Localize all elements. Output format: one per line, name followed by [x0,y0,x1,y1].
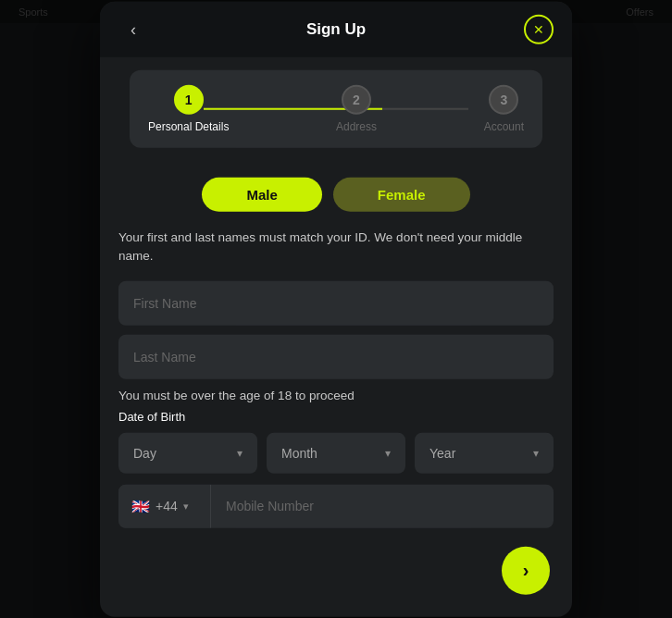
first-name-input[interactable] [118,280,554,325]
day-label: Day [133,445,156,460]
modal-header: ‹ Sign Up ✕ [100,2,572,57]
country-chevron-icon: ▾ [183,500,189,512]
gender-toggle: Male Female [118,178,554,212]
year-select[interactable]: Year ▾ [415,432,554,473]
step-1-label: Personal Details [148,120,229,133]
next-btn-container: › [118,546,554,598]
modal-title: Sign Up [306,20,366,39]
dob-label: Date of Birth [118,409,554,423]
phone-row: 🇬🇧 +44 ▾ [118,484,554,527]
back-button[interactable]: ‹ [118,15,148,44]
day-chevron-icon: ▾ [237,446,243,459]
step-1: 1 Personal Details [148,85,229,133]
month-select[interactable]: Month ▾ [267,432,405,473]
step-1-circle: 1 [174,85,204,115]
mobile-number-input[interactable] [211,484,554,527]
country-select[interactable]: 🇬🇧 +44 ▾ [118,484,211,527]
day-select[interactable]: Day ▾ [118,432,257,473]
month-chevron-icon: ▾ [385,446,391,459]
step-3: 3 Account [484,85,524,133]
step-3-circle: 3 [489,85,518,115]
modal-body: Male Female Your first and last names mu… [100,161,572,617]
male-button[interactable]: Male [202,178,321,212]
month-label: Month [281,445,317,460]
signup-modal: ‹ Sign Up ✕ 1 Personal Details 2 Address… [100,2,572,617]
next-button[interactable]: › [502,546,550,594]
age-warning-text: You must be over the age of 18 to procee… [118,388,554,402]
stepper: 1 Personal Details 2 Address 3 Account [130,70,542,148]
dob-row: Day ▾ Month ▾ Year ▾ [118,432,554,473]
last-name-input[interactable] [118,334,554,378]
year-chevron-icon: ▾ [533,446,539,459]
name-info-text: Your first and last names must match you… [118,229,554,266]
uk-flag-icon: 🇬🇧 [131,497,150,514]
step-2-label: Address [336,120,377,133]
close-button[interactable]: ✕ [524,15,554,44]
female-button[interactable]: Female [333,178,470,212]
step-2: 2 Address [336,85,377,133]
year-label: Year [429,445,455,460]
step-2-circle: 2 [342,85,371,115]
phone-code: +44 [156,499,178,513]
step-3-label: Account [484,120,524,133]
